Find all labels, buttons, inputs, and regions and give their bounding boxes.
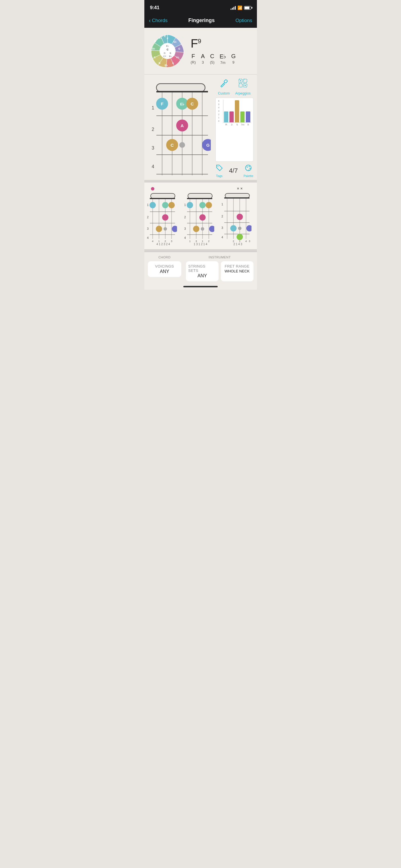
svg-text:2: 2: [147, 216, 149, 219]
svg-text:2: 2: [152, 127, 154, 132]
svg-point-98: [206, 202, 212, 208]
svg-point-97: [199, 202, 206, 208]
svg-text:1: 1: [158, 240, 159, 243]
svg-point-125: [237, 234, 243, 240]
svg-text:3: 3: [221, 226, 223, 229]
fingering-card-1[interactable]: 1 2 3 4 4 1 2 3 4 1 2 3 2 4: [146, 186, 181, 246]
note-eb: E♭ 7m: [220, 53, 226, 65]
svg-text:G: G: [178, 47, 180, 50]
chord-group-label: CHORD: [148, 255, 182, 259]
right-panel: Custom Arpeggios: [213, 74, 257, 180]
note-c: C (5): [210, 53, 215, 65]
svg-rect-83: [188, 193, 212, 198]
svg-point-124: [246, 225, 251, 231]
svg-rect-49: [239, 84, 242, 87]
svg-text:3: 3: [184, 227, 186, 230]
chevron-left-icon: ‹: [149, 17, 151, 24]
svg-text:1: 1: [221, 203, 223, 206]
chord-name-display: F9: [191, 37, 252, 50]
svg-text:4: 4: [184, 236, 186, 240]
home-indicator: [144, 284, 257, 290]
svg-point-96: [187, 202, 193, 208]
note-f: F (R): [191, 53, 196, 65]
options-button[interactable]: Options: [236, 18, 252, 24]
svg-point-55: [247, 166, 248, 167]
svg-text:E♭: E♭: [159, 36, 161, 39]
arpeggios-icon: [238, 78, 248, 90]
svg-text:A♭: A♭: [176, 56, 179, 59]
tags-button[interactable]: Tags: [215, 164, 223, 178]
svg-text:D♭: D♭: [152, 47, 155, 50]
palette-label: Palette: [243, 174, 253, 178]
svg-point-52: [245, 85, 246, 86]
svg-text:D: D: [164, 52, 165, 55]
filter-section: CHORD Voicings ANY INSTRUMENT Strings se…: [144, 251, 257, 284]
svg-text:B: B: [169, 52, 171, 55]
svg-text:A: A: [181, 123, 184, 128]
voicings-button[interactable]: Voicings ANY: [148, 261, 182, 277]
chord-details: F9 F (R) A 3 C (5) E♭ 7m G 9: [191, 37, 252, 65]
back-label: Chords: [152, 18, 167, 24]
fretboard-svg: 1 2 3 4: [148, 78, 211, 175]
fret-label: Fret range: [224, 264, 249, 269]
chart-x-labels: R357m9: [224, 123, 251, 126]
nav-bar: ‹ Chords Fingerings Options: [144, 14, 257, 28]
svg-point-73: [162, 202, 168, 208]
home-bar: [183, 286, 218, 287]
page-indicator: 4/7: [229, 167, 238, 175]
svg-text:E♭: E♭: [166, 45, 169, 47]
palette-button[interactable]: Palette: [243, 164, 253, 178]
voicings-label: Voicings: [155, 264, 174, 269]
main-content: 1 2 3 4: [144, 74, 257, 180]
chart-bar-3: [229, 112, 234, 123]
status-time: 9:41: [150, 5, 159, 10]
svg-text:B♭: B♭: [164, 64, 167, 67]
svg-text:E♭: E♭: [180, 102, 184, 106]
svg-text:4: 4: [245, 240, 247, 243]
custom-button[interactable]: Custom: [218, 78, 230, 95]
svg-point-101: [201, 227, 204, 230]
svg-rect-19: [156, 84, 205, 92]
fingering-card-2[interactable]: 1 2 3 4 1 3 1 2 1 3 1 2 1 4: [183, 186, 218, 246]
section-separator: [144, 180, 257, 182]
back-button[interactable]: ‹ Chords: [149, 17, 167, 24]
svg-point-121: [237, 214, 243, 220]
signal-bars-icon: [230, 6, 236, 10]
svg-text:2: 2: [208, 240, 209, 243]
status-icons: 📶: [230, 5, 251, 10]
svg-point-53: [217, 166, 218, 167]
fingering-card-3[interactable]: × × 1 2 3 4: [220, 186, 255, 246]
svg-text:3: 3: [147, 227, 149, 230]
custom-label: Custom: [218, 91, 230, 95]
svg-point-58: [151, 187, 154, 190]
svg-point-57: [249, 168, 251, 169]
tags-icon: [215, 164, 223, 174]
svg-text:C: C: [171, 143, 174, 148]
svg-text:1: 1: [202, 240, 203, 243]
bottom-controls: Tags 4/7 Palette: [215, 164, 253, 178]
svg-point-51: [240, 80, 241, 81]
svg-text:F: F: [161, 101, 163, 106]
svg-point-76: [156, 226, 162, 232]
strings-button[interactable]: Strings sets ANY: [186, 261, 219, 281]
palette-icon: [244, 164, 252, 174]
arpeggios-button[interactable]: Arpeggios: [235, 78, 251, 95]
fret-button[interactable]: Fret range WHOLE NECK: [221, 261, 253, 281]
chord-notes: F (R) A 3 C (5) E♭ 7m G 9: [191, 53, 252, 65]
svg-text:2: 2: [184, 216, 186, 219]
chart-bar-7m: [240, 112, 245, 123]
svg-text:D: D: [154, 40, 156, 43]
status-bar: 9:41 📶: [144, 0, 257, 14]
fingering-cards-section: 1 2 3 4 4 1 2 3 4 1 2 3 2 4: [144, 182, 257, 249]
custom-icon: [219, 78, 229, 90]
wifi-icon: 📶: [238, 5, 242, 10]
chart-bars: 6543210: [223, 100, 251, 123]
circle-of-fifths[interactable]: F G♭ G A♭ A B♭ B C D♭ D E♭ E E♭ C D B C♯…: [149, 32, 186, 70]
svg-text:4: 4: [221, 236, 223, 239]
section-separator-2: [144, 249, 257, 251]
svg-point-123: [238, 226, 242, 230]
svg-text:1: 1: [184, 204, 186, 207]
instrument-group-label: INSTRUMENT: [186, 255, 253, 259]
arpeggios-label: Arpeggios: [235, 91, 251, 95]
strings-value: ANY: [197, 273, 207, 278]
